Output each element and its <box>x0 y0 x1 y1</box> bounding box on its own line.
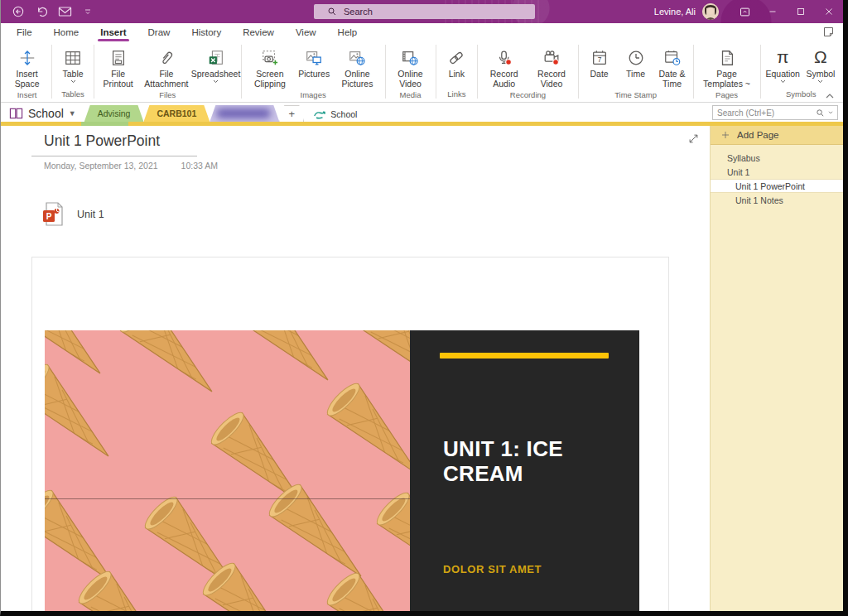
spreadsheet-button[interactable]: Spreadsheet <box>193 44 238 89</box>
close-button[interactable] <box>815 0 843 23</box>
online-pictures-button[interactable]: Online Pictures <box>332 44 382 89</box>
page-title-underline <box>31 156 197 156</box>
plus-icon <box>720 130 730 140</box>
group-name-media: Media <box>385 89 435 103</box>
svg-text:7: 7 <box>597 56 601 64</box>
online-pictures-icon <box>348 46 366 67</box>
slide-subtitle: DOLOR SIT AMET <box>443 563 542 575</box>
slide-preview[interactable]: UNIT 1: ICE CREAM DOLOR SIT AMET <box>45 330 639 611</box>
ribbon-group-insert: Insert Space Insert <box>2 41 51 102</box>
titlebar-search[interactable] <box>314 4 535 19</box>
ribbon-display-options-button[interactable] <box>730 0 759 23</box>
symbol-icon: Ω <box>814 47 827 67</box>
onenote-window: Unit 1 PowerPoint - OneNote Levine, Ali <box>0 0 848 616</box>
minimize-button[interactable] <box>759 0 787 23</box>
title-bar: Unit 1 PowerPoint - OneNote Levine, Ali <box>1 0 843 23</box>
section-tab-redacted[interactable] <box>210 105 279 122</box>
record-video-button[interactable]: Record Video <box>528 44 575 89</box>
screen-clipping-button[interactable]: Screen Clipping <box>244 44 296 89</box>
notebook-dropdown[interactable]: School ▼ <box>1 107 84 122</box>
tab-history[interactable]: History <box>181 25 232 41</box>
tab-view[interactable]: View <box>285 25 327 41</box>
tab-insert[interactable]: Insert <box>89 25 137 41</box>
collapse-ribbon-button[interactable] <box>825 93 835 99</box>
page-search-input[interactable] <box>717 108 812 118</box>
undo-button[interactable] <box>34 4 49 19</box>
maximize-button[interactable] <box>787 0 815 23</box>
search-icon <box>327 7 337 17</box>
titlebar-search-input[interactable] <box>344 7 493 17</box>
file-attachment-icon <box>157 46 176 67</box>
shared-notebook-school[interactable]: School <box>304 109 364 122</box>
notebook-icon <box>9 107 23 120</box>
tab-draw[interactable]: Draw <box>137 25 181 41</box>
new-side-note-button[interactable] <box>822 26 835 38</box>
photo-seam-line <box>45 498 410 499</box>
online-video-button[interactable]: Online Video <box>388 44 432 89</box>
file-printout-button[interactable]: File Printout <box>97 44 140 89</box>
date-and-time-button[interactable]: Date & Time <box>654 44 691 89</box>
add-page-button[interactable]: Add Page <box>711 126 843 145</box>
dropdown-chevron <box>817 79 823 84</box>
page-item-unit-1[interactable]: Unit 1 <box>711 165 843 179</box>
link-button[interactable]: Link <box>438 44 475 89</box>
full-page-view-button[interactable] <box>687 132 700 145</box>
page-search-box[interactable] <box>712 105 838 120</box>
minimize-icon <box>768 7 778 17</box>
ribbon-group-links: Link Links <box>436 41 477 102</box>
page-title[interactable]: Unit 1 PowerPoint <box>44 132 160 150</box>
maximize-icon <box>796 7 806 17</box>
section-tab-carb101[interactable]: CARB101 <box>143 105 210 122</box>
collapse-ribbon-icon <box>825 93 835 99</box>
powerpoint-attachment[interactable]: P Unit 1 <box>42 202 104 227</box>
chevron-down-icon <box>83 7 93 17</box>
page-canvas[interactable]: Unit 1 PowerPoint Monday, September 13, … <box>1 126 710 611</box>
ribbon-group-tables: Table Tables <box>52 41 94 102</box>
ribbon: Insert Space Insert Table Tables <box>1 41 843 103</box>
page-list: Syllabus Unit 1 Unit 1 PowerPoint Unit 1… <box>711 145 843 207</box>
undo-icon <box>35 5 48 18</box>
ribbon-group-timestamp: 7 Date Time Date & Time Time St <box>579 41 693 102</box>
date-and-time-icon <box>663 46 682 67</box>
page-item-unit-1-powerpoint[interactable]: Unit 1 PowerPoint <box>711 179 843 193</box>
printout-container: UNIT 1: ICE CREAM DOLOR SIT AMET <box>31 257 669 611</box>
tab-home[interactable]: Home <box>43 25 90 41</box>
group-name-files: Files <box>94 89 241 103</box>
side-note-icon <box>822 26 835 38</box>
insert-space-button[interactable]: Insert Space <box>5 44 49 89</box>
page-templates-button[interactable]: Page Templates ~ <box>696 44 757 89</box>
dropdown-chevron <box>780 79 786 84</box>
customize-qat-button[interactable] <box>80 4 95 19</box>
equation-icon: π <box>777 47 789 67</box>
avatar[interactable] <box>702 3 719 20</box>
time-button[interactable]: Time <box>618 44 654 89</box>
tab-file[interactable]: File <box>6 25 43 41</box>
symbol-button[interactable]: Ω Symbol <box>802 44 839 89</box>
page-item-unit-1-notes[interactable]: Unit 1 Notes <box>711 193 843 207</box>
link-icon <box>447 46 465 67</box>
section-tab-advising[interactable]: Advising <box>84 105 144 122</box>
file-attachment-button[interactable]: File Attachment <box>139 44 193 89</box>
record-video-icon <box>542 46 561 67</box>
pictures-button[interactable]: Pictures <box>296 44 332 89</box>
spreadsheet-icon <box>207 46 225 67</box>
table-button[interactable]: Table <box>55 44 91 89</box>
email-page-button[interactable] <box>57 4 72 19</box>
page-list-sidebar: Add Page Syllabus Unit 1 Unit 1 PowerPoi… <box>710 126 843 611</box>
tab-review[interactable]: Review <box>232 25 285 41</box>
attachment-label: Unit 1 <box>77 209 104 220</box>
date-icon: 7 <box>590 46 609 67</box>
close-icon <box>824 7 834 17</box>
sync-notebook-icon <box>314 110 326 119</box>
record-audio-button[interactable]: Record Audio <box>480 44 528 89</box>
page-item-syllabus[interactable]: Syllabus <box>711 151 843 165</box>
equation-button[interactable]: π Equation <box>763 44 802 89</box>
date-button[interactable]: 7 Date <box>581 44 618 89</box>
back-button[interactable] <box>11 4 26 19</box>
tab-help[interactable]: Help <box>327 25 369 41</box>
envelope-icon <box>58 6 72 17</box>
search-scope-chevron-icon <box>828 111 833 114</box>
group-name-pages: Pages <box>693 89 759 103</box>
slide-title-panel: UNIT 1: ICE CREAM DOLOR SIT AMET <box>410 330 639 611</box>
new-section-button[interactable]: + <box>279 105 304 122</box>
